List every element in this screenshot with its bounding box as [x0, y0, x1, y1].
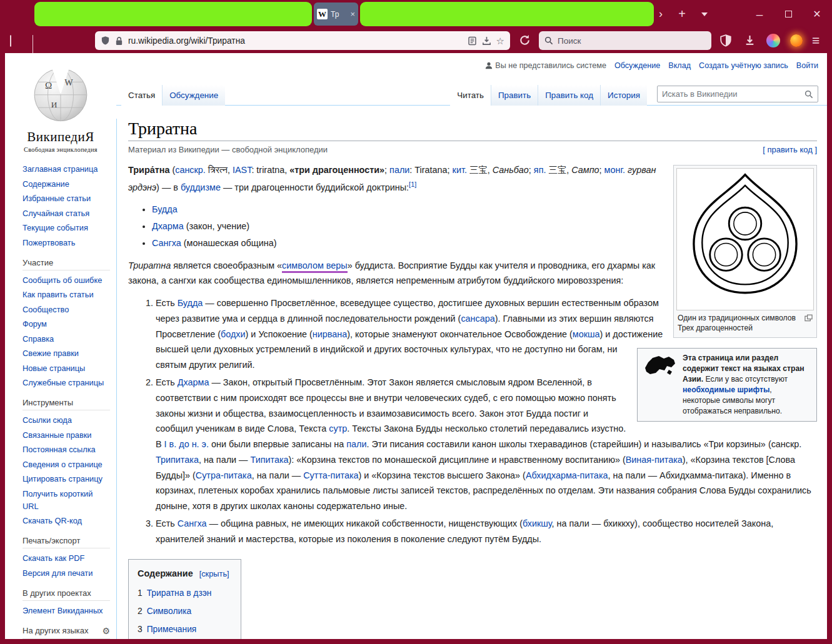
inline-link[interactable]: I в. до н. э. — [164, 439, 209, 449]
tab-edit[interactable]: Править — [491, 85, 538, 106]
sidebar-link[interactable]: Версия для печати — [23, 568, 93, 578]
sidebar-link[interactable]: Форум — [23, 319, 47, 329]
inline-link[interactable]: кит. — [453, 165, 467, 175]
inline-link[interactable]: Сутта-питака — [303, 470, 358, 480]
text-run: : Tiratana; — [409, 165, 452, 175]
sidebar-link[interactable]: Скачать QR-код — [23, 516, 82, 525]
tab-edit-source[interactable]: Править код — [538, 85, 600, 106]
sidebar-link[interactable]: Пожертвовать — [23, 238, 75, 247]
sidebar-link[interactable]: Сообщество — [23, 305, 69, 314]
sidebar-link[interactable]: Справка — [23, 334, 54, 344]
minimize-button[interactable]: – — [745, 0, 774, 28]
sidebar-link[interactable]: Как править статьи — [23, 290, 94, 299]
inline-link[interactable]: Абхидхарма-питака — [526, 470, 608, 480]
fox-icon[interactable] — [790, 34, 803, 47]
inline-link[interactable]: буддизме — [181, 182, 221, 192]
sidebar-link[interactable]: Связанные правки — [23, 430, 92, 440]
account-avatar[interactable] — [766, 34, 780, 47]
tab-list-icon[interactable] — [695, 0, 714, 28]
inline-link[interactable]: пали — [346, 439, 366, 449]
sidebar-link[interactable]: Сведения о странице — [23, 460, 103, 469]
inline-link[interactable]: Сутра-питака — [196, 470, 252, 480]
inline-link[interactable]: IAST — [233, 165, 251, 175]
sidebar-link[interactable]: Заглавная страница — [23, 164, 98, 174]
sidebar-link[interactable]: Служебные страницы — [23, 378, 104, 387]
wikipedia-logo[interactable]: Ω W И ВикипедиЯ Свободная энциклопедия — [5, 63, 116, 153]
wiki-search-box[interactable] — [657, 86, 818, 102]
bookmark-star-icon[interactable]: ☆ — [496, 36, 504, 46]
sidebar-link[interactable]: Элемент Викиданных — [23, 606, 103, 615]
lock-icon[interactable] — [115, 36, 123, 46]
inline-link[interactable]: Сангха — [178, 518, 207, 528]
scroll-tabs-chevron-icon[interactable]: › — [651, 0, 670, 28]
gear-icon[interactable]: ⚙ — [102, 626, 110, 636]
inline-link[interactable]: Будда — [152, 204, 178, 214]
inline-link[interactable]: монг. — [604, 165, 625, 175]
inline-link[interactable]: сансара — [461, 314, 494, 324]
toc-link[interactable]: Символика — [147, 607, 191, 616]
inline-link[interactable]: Сангха — [152, 238, 181, 248]
footnote-ref[interactable]: [1] — [409, 181, 416, 188]
tab-close-icon[interactable]: × — [350, 9, 355, 19]
sidebar-item: Содержание — [23, 177, 110, 190]
extensions-shield-icon[interactable] — [720, 34, 731, 49]
inline-link[interactable]: Дхарма — [178, 377, 209, 387]
maximize-button[interactable] — [774, 0, 803, 28]
browser-tab[interactable]: W Тр × — [314, 2, 358, 26]
address-bar[interactable]: ru.wikipedia.org/wiki/Триратна ☆ — [95, 31, 510, 50]
inline-link[interactable]: бхикшу — [523, 518, 552, 528]
sidebar-link[interactable]: Свежие правки — [23, 349, 79, 358]
shield-icon[interactable] — [101, 36, 110, 46]
magnify-icon[interactable] — [804, 314, 813, 324]
inline-link[interactable]: Типитака — [250, 455, 288, 465]
sidebar-item: Сообщество — [23, 303, 110, 315]
inline-link[interactable]: бодхи — [221, 329, 246, 339]
sidebar-link[interactable]: Текущие события — [23, 223, 88, 232]
sidebar-link[interactable]: Избранные статьи — [23, 194, 91, 203]
menu-icon[interactable]: ≡ — [812, 34, 819, 47]
sidebar-link[interactable]: Сообщить об ошибке — [23, 275, 102, 285]
toc-link[interactable]: Триратна в дзэн — [147, 588, 212, 598]
inline-link[interactable]: Дхарма — [152, 221, 184, 231]
inline-link[interactable]: необходимые шрифты — [683, 385, 769, 394]
inline-link[interactable]: Виная-питака — [626, 455, 683, 465]
wiki-search-icon[interactable] — [804, 90, 813, 99]
inline-link[interactable]: мокша — [573, 329, 600, 339]
inline-link[interactable]: санскр. — [175, 165, 206, 175]
inline-link[interactable]: нирвана — [313, 329, 347, 339]
wiki-search-input[interactable] — [662, 89, 804, 99]
sidebar-link[interactable]: Постоянная ссылка — [23, 445, 96, 454]
sidebar-item: Цитировать страницу — [23, 472, 110, 485]
edit-source-link[interactable]: [ править код ] — [763, 145, 817, 154]
tab-history[interactable]: История — [600, 85, 647, 106]
inline-link[interactable]: сутр — [329, 424, 347, 433]
sidebar-link[interactable]: Содержание — [23, 179, 69, 189]
toc-link[interactable]: Примечания — [147, 625, 197, 634]
sidebar-link[interactable]: Скачать как PDF — [23, 553, 84, 563]
inline-link[interactable]: Трипитака — [156, 455, 199, 465]
close-button[interactable]: ✕ — [803, 0, 831, 28]
browser-search-input[interactable] — [558, 36, 706, 46]
triratna-image[interactable] — [676, 168, 814, 310]
browser-search-bar[interactable] — [539, 31, 711, 50]
inline-link[interactable]: яп. — [534, 165, 546, 175]
reader-mode-icon[interactable] — [468, 36, 477, 46]
firefox-view-icon[interactable] — [10, 36, 11, 47]
save-page-icon[interactable] — [482, 36, 491, 46]
inline-link[interactable]: пали — [389, 165, 409, 175]
new-tab-icon[interactable]: + — [673, 0, 691, 28]
inline-link[interactable]: Будда — [178, 298, 203, 308]
tab-discussion[interactable]: Обсуждение — [162, 85, 225, 106]
sidebar-link[interactable]: Получить короткий URL — [23, 489, 93, 511]
sidebar-link[interactable]: Новые страницы — [23, 364, 85, 373]
inline-link[interactable]: символом веры — [282, 260, 348, 273]
downloads-icon[interactable] — [744, 34, 756, 49]
url-text[interactable]: ru.wikipedia.org/wiki/Триратна — [128, 36, 463, 46]
reload-icon[interactable] — [518, 34, 531, 49]
sidebar-link[interactable]: Случайная статья — [23, 209, 89, 218]
sidebar-link[interactable]: Цитировать страницу — [23, 474, 103, 483]
tab-article[interactable]: Статья — [121, 85, 162, 106]
toc-toggle[interactable]: [скрыть] — [199, 569, 229, 578]
tab-read[interactable]: Читать — [450, 85, 491, 106]
sidebar-link[interactable]: Ссылки сюда — [23, 415, 72, 425]
